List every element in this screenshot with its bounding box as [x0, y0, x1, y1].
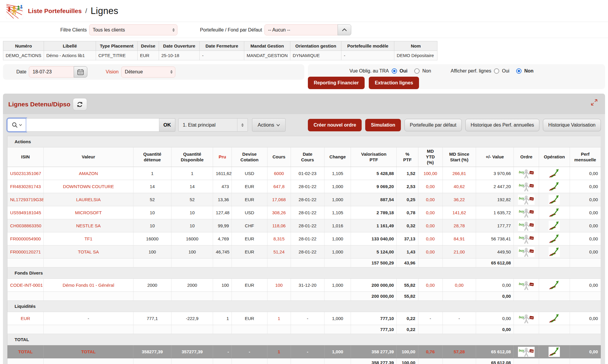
subtotal-empty-cell: [442, 358, 476, 364]
search-input[interactable]: [26, 118, 159, 132]
column-header-perf-mensuelle[interactable]: Perf mensuelle: [570, 147, 601, 167]
column-header-operation[interactable]: Opération: [539, 147, 570, 167]
operation-icon-cell[interactable]: [539, 345, 570, 358]
column-header-date-cours[interactable]: Date Cours: [291, 147, 324, 167]
ordre-icon-cell[interactable]: buysell: [514, 193, 539, 206]
cell-valeur[interactable]: TF1: [44, 232, 133, 245]
create-order-button[interactable]: Créer nouvel ordre: [308, 119, 362, 131]
vue-oblig-oui-radio[interactable]: [392, 68, 397, 74]
column-header-cours[interactable]: Cours: [267, 147, 291, 167]
ok-button[interactable]: OK: [159, 118, 175, 132]
cell-valeur[interactable]: TOTAL: [44, 345, 133, 358]
cell-cours[interactable]: 17,068: [267, 193, 291, 206]
column-header-quantite-disponible[interactable]: Quantité Disponible: [171, 147, 213, 167]
operation-icon-cell[interactable]: [539, 312, 570, 325]
cell-valeur[interactable]: TOTAL SA: [44, 245, 133, 259]
cell-isin[interactable]: NL17293719G38: [7, 193, 44, 206]
ordre-icon-cell[interactable]: buysell: [514, 167, 539, 180]
cell-valeur[interactable]: MICROSOFT: [44, 206, 133, 219]
column-header-devise-cotation[interactable]: Devise Cotation: [232, 147, 267, 167]
operation-icon-cell[interactable]: [539, 180, 570, 193]
cell-valeur[interactable]: LAURELSIA: [44, 193, 133, 206]
operation-icon-cell[interactable]: [539, 206, 570, 219]
subtotal-plus-minus: 65 612,08: [476, 259, 514, 267]
cell-cours[interactable]: 51,24: [267, 245, 291, 259]
ordre-icon-cell[interactable]: buysell: [514, 245, 539, 259]
default-portfolio-select[interactable]: -- Aucun --: [264, 24, 338, 35]
breadcrumb-link[interactable]: Liste Portefeuilles: [28, 7, 82, 15]
operation-icon-cell[interactable]: [539, 219, 570, 232]
updown-icon: [237, 119, 248, 131]
extraction-lignes-button[interactable]: Extraction lignes: [369, 77, 419, 89]
operation-icon-cell[interactable]: [539, 193, 570, 206]
cell-cours[interactable]: 8,315: [267, 232, 291, 245]
valuation-history-button[interactable]: Historique Valorisation: [543, 119, 601, 131]
cell-isin[interactable]: FR4830281743: [7, 180, 44, 193]
refresh-button[interactable]: [73, 98, 87, 111]
cell-cours[interactable]: 1: [267, 312, 291, 325]
cell-valeur[interactable]: -: [44, 312, 133, 325]
date-input[interactable]: 18-07-23: [29, 66, 74, 78]
cell-isin[interactable]: TOTAL: [7, 345, 44, 358]
ordre-icon-cell[interactable]: buysell: [514, 232, 539, 245]
expand-button[interactable]: [589, 98, 600, 107]
ordre-icon-cell[interactable]: buysell: [514, 345, 539, 358]
cell-isin[interactable]: CODE-INT-0001: [7, 279, 44, 292]
cell-valeur[interactable]: DOWNTOWN COUTURE: [44, 180, 133, 193]
view-state-select[interactable]: 1. Etat principal: [178, 118, 248, 132]
column-header-valorisation-ptf[interactable]: Valorisation PTF: [351, 147, 397, 167]
operation-icon-cell[interactable]: [539, 245, 570, 259]
column-header-valeur[interactable]: Valeur: [44, 147, 133, 167]
vue-oblig-non-radio[interactable]: [414, 68, 420, 74]
perf-history-button[interactable]: Historique des Perf. annuelles: [465, 119, 539, 131]
cell-cours[interactable]: 100: [267, 279, 291, 292]
portfolio-info-header: Orientation gestion: [290, 41, 341, 51]
cell-isin[interactable]: FR0000054900: [7, 232, 44, 245]
column-header-isin[interactable]: ISIN: [7, 147, 44, 167]
cell-quantite-disponible: 2000: [171, 279, 213, 292]
cell-isin[interactable]: FR0000120271: [7, 245, 44, 259]
cell-isin[interactable]: EUR: [7, 312, 44, 325]
cell-cours[interactable]: 1: [267, 345, 291, 358]
ordre-icon-cell[interactable]: buysell: [514, 206, 539, 219]
calendar-button[interactable]: [74, 66, 87, 78]
section-label: Actions: [7, 136, 601, 147]
cell-cours[interactable]: 6000: [267, 167, 291, 180]
cell-isin[interactable]: CH0038863350: [7, 219, 44, 232]
svg-text:sell: sell: [530, 171, 533, 174]
vision-select[interactable]: Détenue: [121, 67, 175, 78]
simulation-button[interactable]: Simulation: [365, 119, 401, 131]
column-header-pru[interactable]: Pru: [213, 147, 232, 167]
column-header-pct-ptf[interactable]: % PTF: [397, 147, 418, 167]
ordre-icon-cell[interactable]: buysell: [514, 279, 539, 292]
collapse-button[interactable]: [338, 24, 351, 35]
operation-icon-cell[interactable]: [539, 279, 570, 292]
afficher-perf-non-radio[interactable]: [516, 68, 522, 74]
actions-menu-button[interactable]: Actions: [252, 118, 286, 132]
column-header-md-since-start[interactable]: MD Since Start (%): [442, 147, 476, 167]
cell-valeur[interactable]: NESTLE SA: [44, 219, 133, 232]
cell-md-ytd: 0,00: [418, 180, 442, 193]
default-portfolio-button[interactable]: Portefeuille par défaut: [404, 119, 462, 131]
ordre-icon-cell[interactable]: buysell: [514, 312, 539, 325]
search-filter-button[interactable]: [7, 118, 26, 132]
column-header-change[interactable]: Change: [324, 147, 351, 167]
cell-isin[interactable]: US0231351067: [7, 167, 44, 180]
cell-valeur[interactable]: Démo Fonds 01 - Général: [44, 279, 133, 292]
ordre-icon-cell[interactable]: buysell: [514, 180, 539, 193]
cell-cours[interactable]: 118,06: [267, 219, 291, 232]
column-header-ordre[interactable]: Ordre: [514, 147, 539, 167]
ordre-icon-cell[interactable]: buysell: [514, 219, 539, 232]
column-header-plus-minus-value[interactable]: +/- Value: [476, 147, 514, 167]
cell-cours[interactable]: 647,8: [267, 180, 291, 193]
cell-cours[interactable]: 308,26: [267, 206, 291, 219]
clients-filter-select[interactable]: Tous les clients: [89, 24, 177, 35]
reporting-financier-button[interactable]: Reporting Financier: [308, 77, 365, 89]
column-header-md-ytd[interactable]: MD YTD (%): [418, 147, 442, 167]
cell-isin[interactable]: US5949181045: [7, 206, 44, 219]
cell-valeur[interactable]: AMAZON: [44, 167, 133, 180]
operation-icon-cell[interactable]: [539, 232, 570, 245]
afficher-perf-oui-radio[interactable]: [494, 68, 499, 74]
operation-icon-cell[interactable]: [539, 167, 570, 180]
column-header-quantite-detenue[interactable]: Quantité détenue: [133, 147, 171, 167]
